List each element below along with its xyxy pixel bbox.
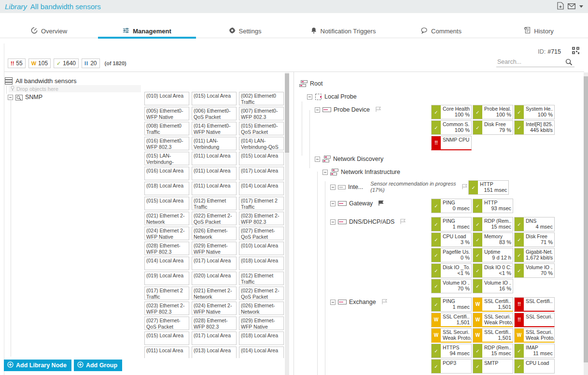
library-sensor-box[interactable]: (023) Ethernet 2-WFP 802.3 xyxy=(144,302,189,315)
library-sensor-box[interactable]: (015) LAN-Verbindung- xyxy=(144,152,189,165)
tree-node-label[interactable]: Network Discovery xyxy=(333,155,383,163)
flag-icon[interactable] xyxy=(462,183,468,191)
sensor-chip[interactable]: ✓RDP (Rem...15 msec xyxy=(473,217,513,231)
library-sensor-box[interactable]: (015) Local Area xyxy=(192,92,237,105)
sensor-chip[interactable]: ✓Common S...100 % xyxy=(431,120,472,135)
sensor-chip[interactable]: ✓SMTP xyxy=(473,359,513,374)
drop-target[interactable]: Drop objects here xyxy=(9,85,141,92)
library-sensor-box[interactable]: (020) Local Area xyxy=(192,272,237,285)
sensor-chip[interactable]: WSSL Certifi...1,501 xyxy=(431,313,472,327)
device-tree-scrollbar[interactable] xyxy=(584,72,588,375)
tree-node-label[interactable]: Local Probe xyxy=(324,93,357,101)
sensor-chip[interactable]: ✓Probe Heal...100 % xyxy=(473,105,513,119)
library-sensor-box[interactable]: (017) Ethernet 2 Traffic xyxy=(239,197,284,210)
sensor-chip[interactable]: ✓Disk Free79 % xyxy=(473,120,513,135)
sensor-chip[interactable]: ✓CPU Load xyxy=(514,359,555,374)
library-sensor-box[interactable]: (014) Local Area xyxy=(144,257,189,270)
tree-node-label[interactable]: Gateway xyxy=(349,200,373,207)
library-sensor-box[interactable]: (022) Ethernet 2-QoS Packet xyxy=(239,287,284,300)
library-sensor-box[interactable]: (024) Ethernet 2-WFP Native xyxy=(144,227,189,240)
library-sensor-box[interactable]: (015) Ethernet0-QoS Packet xyxy=(239,122,284,135)
tab-overview[interactable]: Overview xyxy=(0,24,98,38)
library-sensor-box[interactable]: (015) Local Area xyxy=(239,152,284,165)
tab-notification-triggers[interactable]: Notification Triggers xyxy=(294,24,392,38)
paused-count-badge[interactable]: II20 xyxy=(82,58,99,68)
add-library-node-button[interactable]: Add Library Node xyxy=(4,360,71,371)
library-sensor-box[interactable]: (002) Ethernet0 Traffic xyxy=(239,92,284,105)
library-sensor-box[interactable]: (019) Local Area xyxy=(144,272,189,285)
tree-collapse-toggle[interactable] xyxy=(315,107,320,113)
tree-node-label[interactable]: Probe Device xyxy=(334,106,370,114)
library-sensor-box[interactable]: (008) Ethernet0 Traffic xyxy=(144,122,189,135)
library-sensor-box[interactable]: (010) Local Area xyxy=(239,242,284,255)
library-sensor-box[interactable]: (015) Local Area xyxy=(144,197,189,210)
sensor-chip[interactable]: ✓Volume IO ...70 % xyxy=(514,263,555,278)
sensor-chip[interactable]: ✓Disk Free71 % xyxy=(514,232,555,247)
warning-count-badge[interactable]: W105 xyxy=(28,58,51,68)
tree-collapse-toggle[interactable] xyxy=(315,157,320,162)
sensor-chip[interactable]: ✓Memory83 % xyxy=(473,232,513,247)
flag-icon[interactable] xyxy=(378,199,385,208)
library-sensor-box[interactable]: (018) Local Area xyxy=(144,182,189,195)
search-icon[interactable] xyxy=(565,58,573,68)
sensor-chip[interactable]: !!SSL Certifi... xyxy=(514,297,555,312)
sensor-chip[interactable]: WSSL Securi...Weak Proto... xyxy=(431,328,472,343)
scrollbar-thumb[interactable] xyxy=(584,76,588,362)
sensor-chip[interactable]: WSSL Certifi...1,501 xyxy=(473,297,513,312)
library-sensor-box[interactable]: (016) Local Area xyxy=(144,167,189,180)
library-sensor-box[interactable]: (011) LAN-Verbindung xyxy=(192,137,237,150)
tree-node-label[interactable]: Exchange xyxy=(349,298,376,306)
tab-management[interactable]: Management xyxy=(98,24,196,38)
sensor-chip[interactable]: ✓Disk IO _To...<1 % xyxy=(431,263,472,278)
tree-node-label[interactable]: Network Infrastructure xyxy=(341,168,400,176)
ok-count-badge[interactable]: ✓1640 xyxy=(54,58,79,68)
sensor-chip[interactable]: ✓Intel[R] 825...445 kbit/s xyxy=(514,120,555,135)
sensor-chip[interactable]: WSSL Certifi...1,501 xyxy=(473,328,513,343)
new-object-icon[interactable] xyxy=(557,2,564,12)
library-sensor-box[interactable]: (017) Local Area xyxy=(192,332,237,345)
sensor-chip[interactable]: ✓POP3 xyxy=(431,359,472,374)
library-sensor-box[interactable]: (014) Local Area xyxy=(239,346,284,358)
library-sensor-box[interactable]: (026) Ethernet-Network xyxy=(192,227,237,240)
sensor-chip[interactable]: ✓Disk IO 0 C:<1 % xyxy=(473,263,513,278)
add-group-button[interactable]: Add Group xyxy=(74,360,122,371)
tree-collapse-toggle[interactable] xyxy=(330,201,336,206)
library-sensor-box[interactable]: (007) Ethernet0-WFP 802.3 xyxy=(239,107,284,120)
sensor-chip[interactable]: ✓DNS4 msec xyxy=(514,217,555,231)
tree-node-label[interactable]: DNS/DHCP/ADS xyxy=(349,218,394,226)
tree-collapse-toggle[interactable] xyxy=(307,94,312,100)
library-sensor-box[interactable]: (010) Local Area xyxy=(144,92,189,105)
library-sensor-box[interactable]: (023) Ethernet 2-WFP 802.3 xyxy=(239,212,284,225)
sensor-chip[interactable]: ✓HTTPS94 msec xyxy=(431,344,472,358)
library-sensor-box[interactable]: (026) Ethernet-Network xyxy=(239,302,284,315)
library-sensor-box[interactable]: (024) Ethernet 2-WFP Native xyxy=(192,302,237,315)
sensor-chip[interactable]: WSSL Securi...Weak Proto... xyxy=(514,328,555,343)
collapse-toggle[interactable] xyxy=(8,95,13,100)
library-node-snmp[interactable]: SNMP xyxy=(8,94,142,101)
library-sensor-box[interactable]: (022) Ethernet 2-QoS Packet xyxy=(192,212,237,225)
library-sensor-box[interactable]: (028) Ethernet-WFP 802.3 xyxy=(192,317,237,330)
sensor-chip[interactable]: ✓Pagefile Us...0 % xyxy=(431,248,472,262)
sensor-chip[interactable]: ✓Uptime9 d 12 h xyxy=(473,248,513,262)
chevron-down-icon[interactable] xyxy=(579,5,583,8)
tab-history[interactable]: History xyxy=(490,24,588,38)
sensor-chip[interactable]: ✓HTTP93 msec xyxy=(473,199,513,213)
library-sensor-box[interactable]: (016) Ethernet0-WFP 802.3 xyxy=(144,137,189,150)
library-sensor-box[interactable]: (027) Ethernet-QoS Packet xyxy=(239,227,284,240)
library-sensor-box[interactable]: (005) Ethernet0-WFP Native xyxy=(144,107,189,120)
tree-collapse-toggle[interactable] xyxy=(330,185,336,190)
library-sensor-box[interactable]: (014) LAN-Verbindung-QoS xyxy=(239,137,284,150)
tab-comments[interactable]: Comments xyxy=(392,24,490,38)
search-input[interactable] xyxy=(496,58,574,67)
library-sensor-box[interactable]: (017) Local Area xyxy=(192,257,237,270)
flag-icon[interactable] xyxy=(375,105,382,114)
sensor-chip[interactable]: ✓PING1 msec xyxy=(431,297,472,312)
sensor-chip[interactable]: ✓CPU Load3 % xyxy=(431,232,472,247)
breadcrumb[interactable]: Library xyxy=(5,2,27,11)
sensor-chip[interactable]: ✓PING0 msec xyxy=(431,199,472,213)
sensor-chip[interactable]: ✓Gigabit-Net...1,672 kbit/s xyxy=(514,248,555,262)
library-sensor-box[interactable]: (014) Ethernet0-WFP Native xyxy=(192,122,237,135)
sensor-chip[interactable]: ✓System He...100 % xyxy=(514,105,555,119)
sensor-chip[interactable]: !!SNMP CPU... xyxy=(431,136,472,150)
sensor-chip[interactable]: ✓Volume IO ...16 % xyxy=(473,279,513,293)
